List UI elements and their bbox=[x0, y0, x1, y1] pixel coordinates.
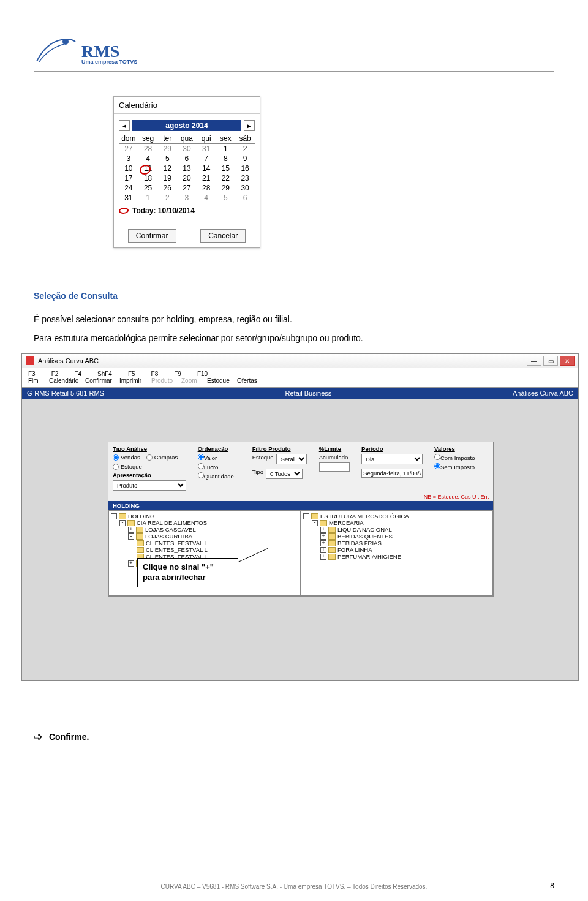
tree-item[interactable]: +LIQUIDA NACIONAL bbox=[303, 526, 491, 533]
tree-item[interactable]: -LOJAS CURITIBA bbox=[111, 533, 298, 540]
menu-item[interactable]: Imprimir bbox=[119, 377, 149, 384]
cal-day[interactable]: 25 bbox=[138, 183, 158, 193]
tree-item[interactable]: +PERFUMARIA/HIGIENE bbox=[303, 553, 491, 560]
cal-day[interactable]: 17 bbox=[119, 173, 138, 183]
radio-lucro[interactable]: Lucro bbox=[198, 463, 246, 470]
cal-day[interactable]: 2 bbox=[235, 144, 255, 154]
cal-day[interactable]: 20 bbox=[177, 173, 197, 183]
cal-day[interactable]: 30 bbox=[235, 183, 255, 193]
cal-day[interactable]: 26 bbox=[157, 183, 177, 193]
cal-day[interactable]: 15 bbox=[216, 164, 236, 173]
menu-item[interactable]: Confirmar bbox=[85, 377, 117, 384]
menu-item[interactable]: Fim bbox=[28, 377, 47, 384]
cal-day[interactable]: 22 bbox=[216, 173, 236, 183]
cal-day[interactable]: 8 bbox=[216, 154, 236, 164]
today-label[interactable]: Today: 10/10/2014 bbox=[132, 206, 195, 215]
tree-item[interactable]: +FORA LINHA bbox=[303, 546, 491, 553]
cal-day[interactable]: 6 bbox=[235, 193, 255, 203]
tree-item[interactable]: +BEBIDAS FRIAS bbox=[303, 540, 491, 546]
cal-day[interactable]: 12 bbox=[157, 164, 177, 173]
expand-icon[interactable]: + bbox=[128, 560, 134, 567]
expand-icon[interactable]: - bbox=[303, 513, 309, 519]
cal-day[interactable]: 14 bbox=[197, 164, 216, 173]
minimize-button[interactable]: — bbox=[527, 356, 541, 366]
periodo-select[interactable]: Dia bbox=[361, 454, 423, 464]
cal-day[interactable]: 1 bbox=[216, 144, 236, 154]
expand-icon[interactable]: - bbox=[111, 513, 117, 519]
expand-icon[interactable]: + bbox=[320, 533, 326, 540]
tree-item[interactable]: +BEBIDAS QUENTES bbox=[303, 533, 491, 540]
tree-item[interactable]: CLIENTES_FESTVAL L bbox=[111, 540, 298, 546]
cal-day[interactable]: 19 bbox=[157, 173, 177, 183]
cal-day-selected[interactable]: 11 bbox=[138, 164, 158, 173]
radio-com-imposto[interactable]: Com Imposto bbox=[434, 454, 489, 461]
cal-day[interactable]: 16 bbox=[235, 164, 255, 173]
data-input[interactable] bbox=[361, 469, 423, 478]
tree-item[interactable]: -ESTRUTURA MERCADOLÓGICA bbox=[303, 513, 491, 519]
cal-day[interactable]: 13 bbox=[177, 164, 197, 173]
close-button[interactable]: ✕ bbox=[560, 356, 575, 366]
tree-item[interactable]: -HOLDING bbox=[111, 513, 298, 519]
cal-day[interactable]: 30 bbox=[177, 144, 197, 154]
tree-item[interactable]: -MERCEARIA bbox=[303, 519, 491, 526]
tree-item[interactable]: +LOJAS CASCAVEL bbox=[111, 526, 298, 533]
cal-day[interactable]: 6 bbox=[177, 154, 197, 164]
radio-sem-imposto[interactable]: Sem Imposto bbox=[434, 463, 489, 470]
cal-day[interactable]: 28 bbox=[197, 183, 216, 193]
cal-day[interactable]: 4 bbox=[138, 154, 158, 164]
cal-day[interactable]: 3 bbox=[177, 193, 197, 203]
cal-day[interactable]: 21 bbox=[197, 173, 216, 183]
calendar-next-button[interactable]: ► bbox=[244, 120, 255, 131]
expand-icon[interactable]: + bbox=[320, 547, 326, 553]
cal-day[interactable]: 31 bbox=[197, 144, 216, 154]
radio-quantidade[interactable]: Quantidade bbox=[198, 472, 246, 480]
folder-icon bbox=[320, 520, 327, 526]
cal-day[interactable]: 27 bbox=[119, 144, 138, 154]
cal-day[interactable]: 4 bbox=[197, 193, 216, 203]
radio-estoque[interactable]: Estoque bbox=[113, 463, 142, 470]
cal-day[interactable]: 23 bbox=[235, 173, 255, 183]
expand-icon[interactable]: + bbox=[128, 527, 134, 533]
calendar-confirm-button[interactable]: Confirmar bbox=[128, 229, 176, 243]
limite-input[interactable] bbox=[319, 462, 350, 472]
cal-day[interactable]: 31 bbox=[119, 193, 138, 203]
tree-item[interactable]: -CIA REAL DE ALIMENTOS bbox=[111, 519, 298, 526]
maximize-button[interactable]: ▭ bbox=[543, 356, 558, 366]
expand-icon[interactable]: - bbox=[119, 520, 126, 526]
cal-day[interactable]: 18 bbox=[138, 173, 158, 183]
menu-item[interactable]: Zoom bbox=[181, 377, 205, 384]
tipo-select[interactable]: 0 Todos bbox=[266, 469, 303, 479]
group-label: Filtro Produto bbox=[252, 445, 313, 452]
estoque-select[interactable]: Geral bbox=[276, 454, 307, 464]
menu-item[interactable]: Ofertas bbox=[237, 377, 257, 384]
cal-day[interactable]: 27 bbox=[177, 183, 197, 193]
expand-icon[interactable]: + bbox=[320, 554, 326, 560]
cal-day[interactable]: 7 bbox=[197, 154, 216, 164]
radio-vendas[interactable]: Vendas bbox=[113, 454, 140, 461]
cal-day[interactable]: 2 bbox=[157, 193, 177, 203]
cal-day[interactable]: 24 bbox=[119, 183, 138, 193]
cal-day[interactable]: 5 bbox=[216, 193, 236, 203]
menu-item[interactable]: Calendário bbox=[49, 377, 83, 384]
expand-icon[interactable]: - bbox=[128, 533, 134, 540]
cal-day[interactable]: 5 bbox=[157, 154, 177, 164]
expand-icon[interactable]: + bbox=[320, 527, 326, 533]
tree-mercadologica[interactable]: -ESTRUTURA MERCADOLÓGICA-MERCEARIA+LIQUI… bbox=[301, 510, 493, 596]
radio-valor[interactable]: Valor bbox=[198, 454, 246, 461]
calendar-prev-button[interactable]: ◄ bbox=[119, 120, 130, 131]
apresentacao-select[interactable]: Produto bbox=[113, 480, 186, 491]
cal-day[interactable]: 28 bbox=[138, 144, 158, 154]
cal-day[interactable]: 9 bbox=[235, 154, 255, 164]
cal-day[interactable]: 29 bbox=[216, 183, 236, 193]
expand-icon[interactable]: - bbox=[312, 520, 318, 526]
cal-day[interactable]: 3 bbox=[119, 154, 138, 164]
menu-item[interactable]: Estoque bbox=[207, 377, 235, 384]
calendar-cancel-button[interactable]: Cancelar bbox=[200, 229, 246, 243]
expand-icon[interactable]: + bbox=[320, 540, 326, 546]
menu-item[interactable]: Produto bbox=[151, 377, 179, 384]
tree-label: LOJAS CASCAVEL bbox=[145, 526, 196, 533]
cal-day[interactable]: 1 bbox=[138, 193, 158, 203]
radio-compras[interactable]: Compras bbox=[146, 454, 178, 461]
cal-day[interactable]: 29 bbox=[157, 144, 177, 154]
cal-day[interactable]: 10 bbox=[119, 164, 138, 173]
